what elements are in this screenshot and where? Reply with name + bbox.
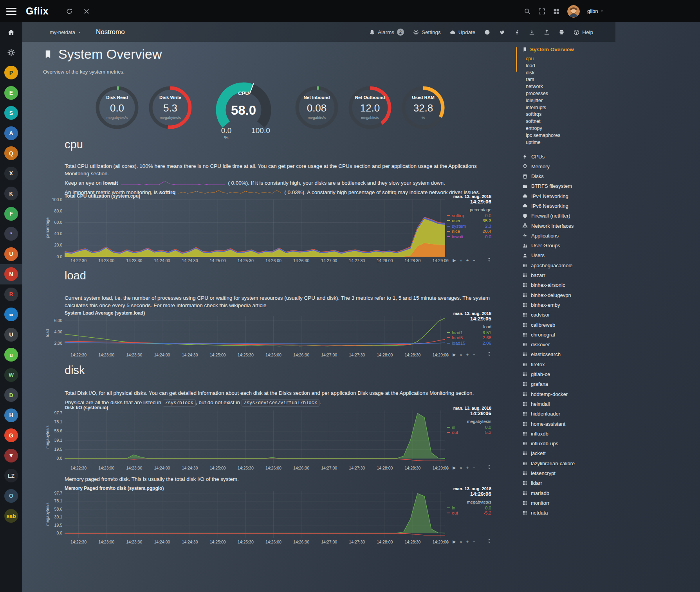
play-button[interactable]: ▶: [453, 352, 456, 357]
menu-app-item[interactable]: influxdb: [516, 429, 615, 439]
menu-app-item[interactable]: binhex-delugevpn: [516, 290, 615, 300]
menu-app-item[interactable]: binhex-airsonic: [516, 280, 615, 290]
help-button[interactable]: Help: [574, 29, 593, 35]
menu-subitem[interactable]: disk: [526, 70, 615, 77]
legend-item[interactable]: load16.51: [447, 330, 491, 335]
alarms-button[interactable]: Alarms 2: [369, 29, 404, 36]
menu-subitem[interactable]: softnet: [526, 118, 615, 125]
menu-app-item[interactable]: chronograf: [516, 330, 615, 340]
menu-subitem[interactable]: ram: [526, 76, 615, 83]
sidebar-app-icon[interactable]: Q: [0, 143, 22, 164]
sidebar-app-icon[interactable]: U: [0, 244, 22, 265]
import-button[interactable]: [544, 29, 550, 35]
menu-section[interactable]: IPv4 Networking: [516, 191, 615, 201]
sidebar-settings-button[interactable]: [0, 43, 22, 63]
twitter-button[interactable]: [499, 29, 505, 35]
sidebar-app-icon[interactable]: LZ: [0, 466, 22, 486]
fullscreen-icon[interactable]: [538, 8, 545, 15]
gauge-chart[interactable]: Disk Write 5.3 megabytes/s: [148, 86, 192, 132]
chart-resize-handle[interactable]: [487, 351, 492, 356]
sidebar-app-icon[interactable]: S: [0, 103, 22, 123]
zoom-out-button[interactable]: −: [473, 352, 475, 357]
menu-app-item[interactable]: elasticsearch: [516, 349, 615, 359]
menu-app-item[interactable]: influxdb-ups: [516, 439, 615, 448]
pan-forward-button[interactable]: »: [460, 258, 462, 263]
zoom-out-button[interactable]: −: [473, 539, 475, 544]
pan-forward-button[interactable]: »: [460, 465, 462, 470]
menu-app-item[interactable]: cadvisor: [516, 310, 615, 320]
play-button[interactable]: ▶: [453, 465, 456, 470]
menu-app-item[interactable]: jackett: [516, 448, 615, 458]
zoom-out-button[interactable]: −: [473, 465, 475, 470]
apps-icon[interactable]: [553, 8, 560, 15]
github-button[interactable]: [484, 29, 490, 35]
menu-app-item[interactable]: firefox: [516, 360, 615, 369]
menu-app-item[interactable]: monitorr: [516, 498, 615, 508]
legend-item[interactable]: in0.0: [447, 506, 491, 511]
chart-plot-area[interactable]: 6.004.002.00: [47, 316, 445, 351]
pan-backward-button[interactable]: «: [446, 539, 449, 544]
menu-subitem[interactable]: processes: [526, 90, 615, 97]
print-button[interactable]: [559, 29, 565, 35]
chart-plot-area[interactable]: 100.080.060.040.020.00.0: [47, 200, 445, 257]
chart-plot-area[interactable]: 97.778.158.639.119.50.0: [47, 410, 445, 464]
avatar[interactable]: [567, 5, 580, 18]
gauge-chart[interactable]: Net Inbound 0.08 megabits/s: [295, 86, 339, 132]
sidebar-app-icon[interactable]: R: [0, 284, 22, 305]
cpu-gauge-chart[interactable]: CPU 58.0 0.0 100.0 %: [202, 77, 285, 146]
menu-section[interactable]: Memory: [516, 162, 615, 171]
facebook-button[interactable]: [514, 29, 520, 35]
chart-plot-area[interactable]: 97.778.158.639.119.50.0: [47, 491, 445, 538]
sidebar-app-icon[interactable]: P: [0, 63, 22, 83]
menu-subitem[interactable]: softirqs: [526, 111, 615, 118]
menu-system-overview[interactable]: System Overview: [516, 47, 615, 52]
sidebar-app-icon[interactable]: *: [0, 224, 22, 244]
settings-button[interactable]: Settings: [413, 29, 441, 35]
export-button[interactable]: [529, 29, 535, 35]
menu-subitem[interactable]: idlejitter: [526, 97, 615, 104]
menu-app-item[interactable]: lidarr: [516, 478, 615, 488]
menu-section[interactable]: User Groups: [516, 241, 615, 250]
menu-app-item[interactable]: binhex-emby: [516, 300, 615, 310]
sidebar-app-icon[interactable]: F: [0, 204, 22, 224]
menu-app-item[interactable]: heimdall: [516, 399, 615, 409]
menu-subitem[interactable]: cpu: [526, 56, 615, 63]
sidebar-app-icon[interactable]: A: [0, 123, 22, 144]
menu-section[interactable]: IPv6 Networking: [516, 201, 615, 211]
gauge-chart[interactable]: Used RAM 32.8 %: [401, 86, 445, 132]
legend-item[interactable]: iowait0.0: [447, 234, 491, 239]
legend-item[interactable]: system2.3: [447, 224, 491, 229]
pan-forward-button[interactable]: »: [460, 352, 462, 357]
zoom-in-button[interactable]: +: [466, 539, 469, 544]
menu-app-item[interactable]: letsencrypt: [516, 468, 615, 478]
refresh-icon[interactable]: [66, 8, 73, 15]
chart-resize-handle[interactable]: [487, 464, 492, 470]
sidebar-app-icon[interactable]: U: [0, 325, 22, 345]
pan-forward-button[interactable]: »: [460, 539, 462, 544]
menu-subitem[interactable]: load: [526, 63, 615, 70]
menu-app-item[interactable]: mariadb: [516, 488, 615, 498]
menu-app-item[interactable]: gitlab-ce: [516, 369, 615, 379]
pan-backward-button[interactable]: «: [446, 352, 449, 357]
chart-resize-handle[interactable]: [487, 538, 492, 543]
gauge-chart[interactable]: Net Outbound 12.0 megabits/s: [348, 86, 392, 132]
menu-section[interactable]: Disks: [516, 171, 615, 181]
sidebar-app-icon[interactable]: ▼: [0, 446, 22, 466]
menu-app-item[interactable]: hiddenloader: [516, 409, 615, 419]
zoom-in-button[interactable]: +: [466, 352, 469, 357]
sidebar-app-icon[interactable]: E: [0, 83, 22, 103]
menu-section[interactable]: Users: [516, 250, 615, 260]
menu-section[interactable]: CPUs: [516, 151, 615, 161]
menu-toggle-button[interactable]: [6, 8, 16, 15]
menu-app-item[interactable]: hddtemp-docker: [516, 389, 615, 399]
user-menu[interactable]: gilbn: [587, 8, 604, 14]
sidebar-app-icon[interactable]: W: [0, 365, 22, 385]
sidebar-app-icon[interactable]: X: [0, 164, 22, 184]
legend-item[interactable]: softirq0.0: [447, 213, 491, 218]
menu-subitem[interactable]: uptime: [526, 139, 615, 146]
sidebar-app-icon[interactable]: H: [0, 405, 22, 426]
legend-item[interactable]: user35.3: [447, 218, 491, 223]
play-button[interactable]: ▶: [453, 539, 456, 544]
play-button[interactable]: ▶: [453, 258, 456, 263]
sidebar-app-icon[interactable]: ∞: [0, 304, 22, 325]
